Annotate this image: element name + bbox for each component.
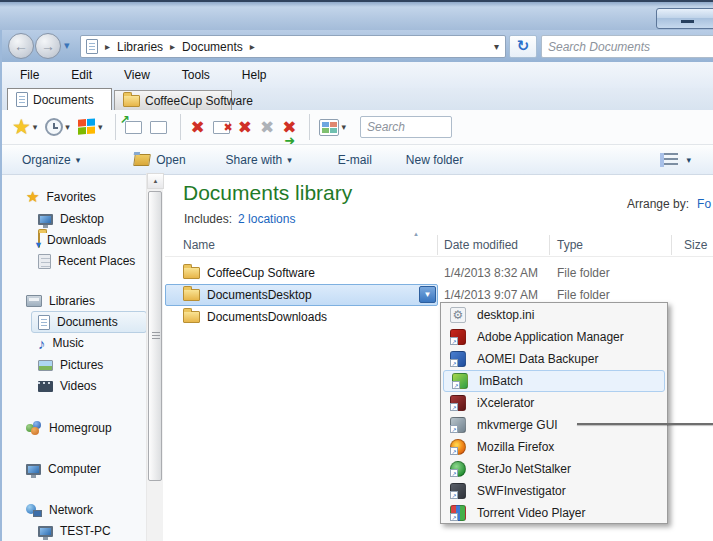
new-folder-button[interactable]: New folder: [398, 149, 471, 171]
film-icon: [38, 381, 53, 392]
close-icon: ✖: [190, 118, 204, 136]
menu-item-ixcelerator[interactable]: ↗ iXcelerator: [442, 392, 666, 414]
sidebar-item-music[interactable]: ♪Music: [38, 333, 84, 353]
applications-button[interactable]: ▾: [76, 113, 105, 141]
close-other-tabs-button[interactable]: ✖: [236, 113, 254, 141]
menu-item-sterjo-netstalker[interactable]: ↗ SterJo NetStalker: [442, 458, 666, 480]
arrange-by[interactable]: Arrange by:Fo: [627, 197, 711, 211]
column-divider[interactable]: [671, 235, 672, 255]
homegroup-icon: [26, 421, 42, 435]
menu-item-label: Adobe Application Manager: [477, 330, 624, 344]
menu-item-aomei-data-backuper[interactable]: ↗ AOMEI Data Backuper: [442, 348, 666, 370]
sidebar-item-favorites[interactable]: ★Favorites: [26, 187, 96, 207]
breadcrumb-libraries[interactable]: Libraries: [117, 40, 163, 54]
sidebar-item-videos[interactable]: Videos: [38, 376, 96, 396]
windows-logo-icon: [78, 118, 96, 135]
undo-close-button[interactable]: ✖: [258, 113, 276, 141]
sidebar-item-homegroup[interactable]: Homegroup: [26, 418, 112, 438]
breadcrumb-arrow-icon: ▸: [105, 41, 110, 52]
column-divider[interactable]: [437, 235, 438, 255]
toolbar-search-input[interactable]: [360, 116, 452, 138]
file-row-coffeecup-software[interactable]: CoffeeCup Software 1/4/2013 8:32 AM File…: [165, 262, 713, 284]
email-button[interactable]: E-mail: [330, 149, 380, 171]
change-view-button[interactable]: ▾: [660, 153, 691, 167]
column-divider[interactable]: [549, 235, 550, 255]
arrange-by-value[interactable]: Fo: [697, 197, 711, 211]
chevron-down-icon: ▾: [686, 155, 691, 165]
sidebar-item-network[interactable]: Network: [26, 500, 93, 520]
close-tab-button[interactable]: ✖: [188, 113, 206, 141]
share-with-label: Share with: [226, 153, 283, 167]
tab-coffeecup-software[interactable]: CoffeeCup Software: [114, 90, 232, 110]
column-header-type[interactable]: Type: [557, 238, 583, 252]
menu-tools[interactable]: Tools: [176, 65, 222, 85]
locations-link[interactable]: 2 locations: [238, 212, 295, 226]
file-name: CoffeeCup Software: [207, 266, 315, 280]
downloads-folder-icon: ▼: [38, 233, 40, 247]
chevron-down-icon: ▾: [341, 122, 346, 132]
column-header-row: Name ▲ Date modified Type Size: [165, 233, 713, 257]
menu-item-swfinvestigator[interactable]: ↗ SWFInvestigator: [442, 480, 666, 502]
menu-item-mkvmerge-gui[interactable]: ↗ mkvmerge GUI: [442, 414, 666, 436]
sidebar-scrollbar[interactable]: ▲: [146, 173, 163, 541]
column-header-date-modified[interactable]: Date modified: [444, 238, 518, 252]
includes-label: Includes:: [184, 212, 232, 226]
clone-tab-button[interactable]: [148, 113, 169, 141]
forward-button[interactable]: →: [35, 33, 61, 59]
scrollbar-thumb[interactable]: [148, 191, 162, 481]
organize-button[interactable]: Organize ▾: [14, 149, 88, 171]
sidebar-item-label: Documents: [57, 315, 118, 329]
menu-item-desktop-ini[interactable]: ⚙ desktop.ini: [442, 304, 666, 326]
file-date: 1/4/2013 9:07 AM: [444, 288, 538, 302]
column-header-size[interactable]: Size: [684, 238, 707, 252]
new-window-button[interactable]: ↗: [123, 113, 144, 141]
favorites-button[interactable]: ★ ▾: [10, 113, 39, 141]
menu-item-adobe-application-manager[interactable]: ↗ Adobe Application Manager: [442, 326, 666, 348]
open-button[interactable]: Open: [126, 149, 193, 171]
includes-line: Includes:2 locations: [184, 212, 295, 226]
sidebar-item-recent-places[interactable]: Recent Places: [38, 251, 135, 271]
close-window-button[interactable]: ✖: [211, 113, 232, 141]
breadcrumb-documents[interactable]: Documents: [182, 40, 243, 54]
recent-pages-dropdown-icon[interactable]: ▾: [64, 39, 70, 52]
menu-item-imbatch[interactable]: ↗ ImBatch: [443, 370, 665, 392]
sidebar-item-label: Libraries: [49, 294, 95, 308]
tab-label: Documents: [33, 93, 94, 107]
back-button[interactable]: ←: [8, 33, 34, 59]
sidebar-item-documents[interactable]: Documents: [38, 312, 118, 332]
menu-file[interactable]: File: [14, 65, 51, 85]
clock-icon: [45, 118, 63, 136]
subfolder-popup-menu: ⚙ desktop.ini ↗ Adobe Application Manage…: [440, 302, 668, 524]
minimize-button[interactable]: [656, 8, 713, 29]
sidebar-item-downloads[interactable]: ▼Downloads: [38, 230, 106, 250]
menu-help[interactable]: Help: [236, 65, 279, 85]
address-bar[interactable]: ▸ Libraries ▸ Documents ▸ ▾: [80, 35, 506, 58]
share-with-button[interactable]: Share with ▾: [218, 149, 300, 171]
close-right-tabs-button[interactable]: ✖ ➜: [280, 113, 298, 141]
menu-edit[interactable]: Edit: [65, 65, 104, 85]
scrollbar-up-button[interactable]: ▲: [147, 173, 164, 189]
search-documents-input[interactable]: [541, 35, 713, 58]
view-options-button[interactable]: ▾: [317, 113, 348, 141]
menu-item-torrent-video-player[interactable]: ↗ Torrent Video Player: [442, 502, 666, 524]
sidebar-item-test-pc[interactable]: TEST-PC: [38, 521, 111, 541]
column-header-name[interactable]: Name: [183, 238, 215, 252]
sidebar-item-libraries[interactable]: Libraries: [26, 291, 95, 311]
sidebar-item-computer[interactable]: Computer: [26, 459, 101, 479]
sidebar-item-desktop[interactable]: Desktop: [38, 209, 104, 229]
navigation-pane: ★Favorites Desktop ▼Downloads Recent Pla…: [2, 175, 146, 541]
menu-item-mozilla-firefox[interactable]: ↗ Mozilla Firefox: [442, 436, 666, 458]
refresh-button[interactable]: ↻: [509, 35, 537, 58]
menu-item-label: desktop.ini: [477, 308, 534, 322]
sort-ascending-icon: ▲: [413, 231, 419, 237]
star-icon: ★: [12, 117, 31, 137]
address-dropdown-icon[interactable]: ▾: [494, 41, 499, 52]
menu-item-label: Torrent Video Player: [477, 506, 586, 520]
tab-documents[interactable]: Documents: [7, 88, 112, 110]
recent-tabs-button[interactable]: ▾: [43, 113, 72, 141]
sidebar-item-pictures[interactable]: Pictures: [38, 355, 103, 375]
imbatch-icon: ↗: [452, 373, 468, 389]
shortcut-arrow-icon: ↗: [450, 469, 458, 477]
subfolder-menu-button[interactable]: ▼: [419, 286, 436, 303]
menu-view[interactable]: View: [118, 65, 162, 85]
